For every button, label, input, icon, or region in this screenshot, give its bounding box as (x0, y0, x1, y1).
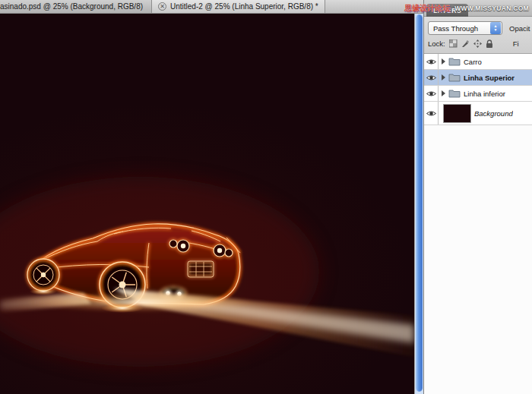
watermark: 思缘设计论坛 WWW.MISSYUAN.COM (404, 3, 529, 14)
car-artwork (0, 14, 414, 394)
blend-mode-value: Pass Through (433, 24, 478, 33)
blend-mode-dropdown[interactable]: Pass Through ▲▼ (428, 21, 502, 35)
layer-thumbnail (443, 104, 471, 123)
watermark-chinese-text: 思缘设计论坛 (404, 3, 450, 14)
close-icon[interactable]: ✕ (158, 2, 166, 11)
document-tab-background[interactable]: asinado.psd @ 25% (Background, RGB/8) (0, 0, 152, 13)
document-tabbar: asinado.psd @ 25% (Background, RGB/8) ✕ … (0, 0, 423, 14)
watermark-url-text: WWW.MISSYUAN.COM (454, 5, 529, 12)
stepper-icon[interactable]: ▲▼ (490, 22, 501, 34)
lock-all-icon[interactable] (486, 39, 493, 49)
layer-row-background[interactable]: Background (424, 102, 532, 125)
eye-icon (426, 90, 436, 97)
eye-icon (426, 110, 436, 117)
canvas-vertical-scrollbar[interactable] (414, 14, 423, 394)
lock-label: Lock: (428, 39, 445, 48)
layers-panel-empty-area (424, 125, 532, 394)
visibility-toggle[interactable] (424, 54, 439, 69)
disclosure-triangle-icon[interactable] (442, 74, 445, 80)
visibility-toggle[interactable] (424, 102, 439, 125)
layer-row-linha-inferior[interactable]: Linha inferior (424, 86, 532, 102)
canvas-area[interactable] (0, 14, 414, 394)
eye-icon (426, 58, 436, 65)
disclosure-triangle-icon[interactable] (442, 90, 445, 96)
document-tab-untitled2[interactable]: ✕ Untitled-2 @ 25% (Linha Superior, RGB/… (152, 0, 325, 13)
layer-name: Background (474, 109, 513, 118)
scrollbar-thumb[interactable] (416, 14, 423, 392)
eye-icon (426, 74, 436, 81)
layer-name: Linha inferior (464, 90, 505, 98)
folder-icon (448, 90, 461, 98)
layer-row-carro[interactable]: Carro (424, 54, 532, 70)
lock-pixels-icon[interactable] (461, 39, 470, 48)
folder-icon (448, 74, 461, 82)
fill-label: Fi (513, 39, 519, 48)
lock-position-icon[interactable] (473, 39, 482, 48)
layer-row-linha-superior[interactable]: Linha Superior (424, 70, 532, 86)
visibility-toggle[interactable] (424, 70, 439, 85)
layer-name: Linha Superior (464, 74, 515, 82)
lock-transparency-icon[interactable] (449, 39, 458, 48)
folder-icon (448, 58, 461, 66)
document-tab-label: Untitled-2 @ 25% (Linha Superior, RGB/8)… (170, 2, 318, 11)
photoshop-window: asinado.psd @ 25% (Background, RGB/8) ✕ … (0, 0, 532, 394)
disclosure-triangle-icon[interactable] (442, 58, 445, 65)
layer-name: Carro (464, 58, 482, 66)
layers-list: Carro Linha Superior (424, 54, 532, 125)
layers-panel-controls: Pass Through ▲▼ Opacit Lock: Fi (424, 17, 532, 54)
layers-panel: LAYERS Pass Through ▲▼ Opacit Lock: F (423, 0, 532, 394)
opacity-label: Opacit (509, 24, 530, 33)
document-tab-label: asinado.psd @ 25% (Background, RGB/8) (0, 2, 143, 11)
visibility-toggle[interactable] (424, 86, 439, 101)
